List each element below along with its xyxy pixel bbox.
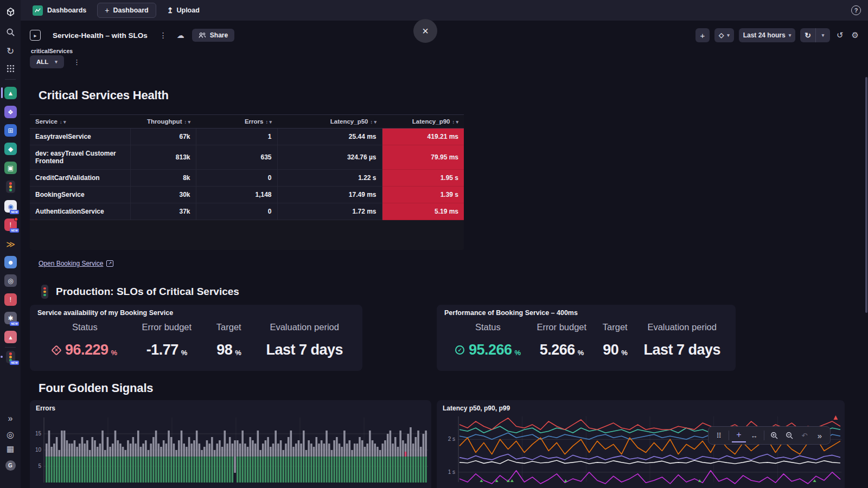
dashboard-menu-icon[interactable]: ⋮: [159, 31, 167, 40]
settings-app[interactable]: ✱NEW: [4, 312, 17, 324]
value-cell: 25.44 ms: [277, 129, 382, 145]
value-cell: 67k: [130, 129, 196, 145]
zoom-out-icon[interactable]: [782, 428, 796, 442]
percent-sign: %: [235, 349, 241, 358]
value-cell: 37k: [130, 203, 196, 220]
table-row[interactable]: EasytravelService67k125.44 ms419.21 ms: [30, 129, 464, 145]
column-header-errors[interactable]: Errors↕ ▾: [196, 115, 277, 129]
apps-grid-icon[interactable]: [4, 62, 17, 75]
hub-app[interactable]: ◎: [4, 274, 17, 287]
kubernetes-app[interactable]: ▣: [4, 162, 17, 174]
vertical-scrollbar[interactable]: [865, 77, 867, 313]
dashboards-app-home[interactable]: Dashboards: [33, 5, 86, 16]
value-cell: 635: [196, 145, 277, 170]
filter-menu-icon[interactable]: ⋮: [72, 58, 82, 66]
chart-toolbar: ⠿ + ↔ ↶ »: [708, 426, 831, 445]
latency-chart-card: Latency p50, p90, p99 1 s2 s ⠿ + ↔ ↶ »: [437, 400, 845, 488]
notebooks-app[interactable]: ◉NEW: [4, 200, 17, 213]
filter-value: ALL: [36, 59, 48, 65]
percent-sign: %: [515, 349, 521, 358]
refresh-options-button[interactable]: ▾: [816, 28, 830, 42]
svg-text:15: 15: [35, 431, 42, 436]
drag-handle-icon[interactable]: ⠿: [712, 428, 726, 442]
dashboards-app[interactable]: ▲: [4, 87, 17, 99]
launch-app[interactable]: ▴: [4, 331, 17, 343]
support-icon[interactable]: ◎: [4, 428, 17, 441]
variables-button[interactable]: ◇ ▾: [714, 28, 734, 42]
history-icon[interactable]: ↺: [835, 30, 845, 40]
new-badge: NEW: [10, 361, 19, 365]
table-row[interactable]: dev: easyTravel Customer Frontend813k635…: [30, 145, 464, 170]
undo-zoom-icon[interactable]: ↶: [797, 428, 812, 442]
chevron-down-icon: ▾: [822, 33, 825, 38]
slo-card-availability: Service availability of my Booking Servi…: [30, 305, 362, 371]
errors-bar-chart: 51015: [32, 414, 429, 488]
status-value: 96.229: [65, 342, 108, 358]
dashboard-header: ▸ Service-Health – with SLOs ⋮ ☁ Share +…: [30, 26, 860, 44]
synthetic-app[interactable]: ◆: [4, 143, 17, 155]
value-cell: 0: [196, 203, 277, 220]
zoom-in-icon[interactable]: [767, 428, 781, 442]
add-tile-button[interactable]: +: [695, 28, 710, 42]
svg-text:5: 5: [38, 463, 41, 469]
service-cell: BookingService: [30, 187, 130, 203]
value-cell: 1.39 s: [382, 187, 464, 203]
filter-row: ALL ▾ ⋮: [30, 55, 82, 68]
more-tools-icon[interactable]: »: [813, 428, 827, 442]
column-header-latency_p50[interactable]: Latency_p50↕ ▾: [277, 115, 382, 129]
value-cell: 17.49 ms: [277, 187, 382, 203]
percent-sign: %: [111, 349, 117, 358]
chevron-down-icon: ▾: [727, 33, 730, 38]
table-row[interactable]: AuthenticationService37k01.72 ms5.19 ms: [30, 203, 464, 220]
link-label[interactable]: Open Booking Service: [39, 260, 103, 267]
slo-app[interactable]: [4, 181, 17, 193]
services-table: Service↓ ▾Throughput↕ ▾Errors↕ ▾Latency_…: [30, 114, 464, 220]
service-cell: CreditCardValidation: [30, 170, 130, 187]
extensions-app[interactable]: ⊞: [4, 124, 17, 137]
share-button[interactable]: Share: [192, 29, 234, 42]
search-icon[interactable]: [4, 25, 17, 38]
crosshair-select-icon[interactable]: +: [732, 428, 746, 442]
svg-text:2 s: 2 s: [448, 436, 455, 442]
tab-dashboard[interactable]: + Dashboard: [97, 3, 156, 18]
settings-gear-icon[interactable]: ⚙: [850, 30, 860, 40]
refresh-button[interactable]: ↻: [800, 28, 816, 42]
workflows-app[interactable]: ≫: [4, 238, 17, 251]
target-value: 90: [603, 342, 618, 358]
pan-horizontal-icon[interactable]: ↔: [747, 428, 761, 442]
app-sidebar: ↻ ▲❖⊞◆▣◉NEW!NEW≫☻◎!✱NEW▴NEW » ◎ ▦ G: [0, 0, 21, 488]
close-button[interactable]: ×: [413, 19, 437, 43]
service-cell: EasytravelService: [30, 129, 130, 145]
cube-icon: ◇: [719, 31, 724, 39]
upload-label: Upload: [176, 7, 199, 14]
copilot-app[interactable]: ☻: [4, 256, 17, 268]
target-label: Target: [603, 322, 628, 332]
period-value: Last 7 days: [266, 342, 343, 358]
external-link-icon: ↗: [106, 260, 113, 267]
alerts-app[interactable]: !: [4, 293, 17, 306]
dynatrace-logo-icon[interactable]: [4, 5, 17, 18]
usage-summary-icon[interactable]: ▦: [4, 442, 17, 455]
help-icon[interactable]: ?: [851, 5, 861, 15]
critical-services-filter[interactable]: ALL ▾: [30, 55, 64, 68]
notification-dot: [14, 217, 18, 221]
upload-button[interactable]: ↥ Upload: [167, 6, 200, 15]
time-range-selector[interactable]: Last 24 hours ▾: [739, 28, 796, 42]
refresh-split-button: ↻ ▾: [800, 28, 830, 42]
new-badge: NEW: [10, 228, 19, 233]
evaluation-period-label: Evaluation period: [266, 322, 343, 332]
table-row[interactable]: BookingService30k1,14817.49 ms1.39 s: [30, 187, 464, 203]
slo-new-app[interactable]: NEW: [4, 351, 17, 363]
expand-sidebar-icon[interactable]: »: [4, 412, 17, 425]
open-booking-service-link[interactable]: Open Booking Service ↗: [39, 260, 113, 267]
table-row[interactable]: CreditCardValidation8k01.22 s1.95 s: [30, 170, 464, 187]
column-header-throughput[interactable]: Throughput↕ ▾: [130, 115, 196, 129]
sync-status-icon[interactable]: ☁: [177, 31, 184, 40]
session-replay-icon[interactable]: ↻: [4, 44, 17, 57]
problems-app[interactable]: !NEW: [4, 219, 17, 231]
column-header-latency_p90[interactable]: Latency_p90↕ ▾: [382, 115, 464, 129]
column-header-service[interactable]: Service↓ ▾: [30, 115, 130, 129]
services-app[interactable]: ❖: [4, 106, 17, 118]
user-avatar[interactable]: G: [4, 459, 17, 472]
slo-section-title: Production: SLOs of Critical Services: [56, 286, 239, 298]
